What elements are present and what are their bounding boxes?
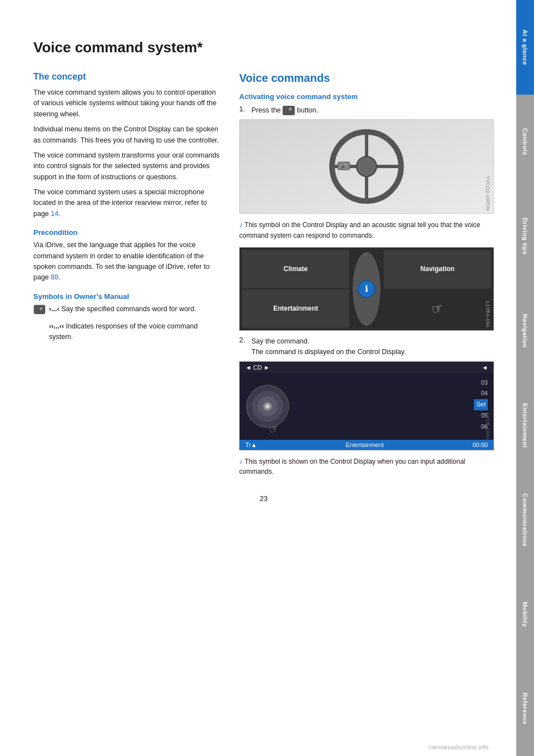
sidebar: At a glance Controls Driving tips Naviga… [516, 0, 534, 756]
ent-footer-label: Entertainment [345, 441, 383, 448]
caption-symbol-1: ♪ [239, 220, 243, 229]
concept-para-4: The voice command system uses a special … [33, 187, 222, 219]
ent-header: ◄ CD ► ◄ [240, 362, 493, 373]
page-link-14[interactable]: 14 [51, 210, 58, 218]
step-2-sub: The command is displayed on the Control … [251, 348, 406, 356]
ent-footer-right: 00:00 [472, 441, 488, 448]
track-03: 03 [474, 377, 488, 389]
symbol-text-1: ›...‹ Say the specified commands word fo… [49, 304, 196, 315]
svg-text:🎤: 🎤 [341, 163, 348, 169]
menu-display-image: Climate ℹ Navigation Entertainment ☞ L1Y… [239, 247, 494, 331]
entertainment-display-image: ◄ CD ► ◄ 03 04 [239, 361, 494, 450]
page-number: 23 [33, 494, 494, 503]
sidebar-tab-driving-tips[interactable]: Driving tips [516, 189, 534, 284]
symbol-row-2: ››...‹‹ Indicates responses of the voice… [33, 321, 222, 347]
sidebar-tab-mobility[interactable]: Mobility [516, 567, 534, 662]
menu-cell-navigation: Navigation [384, 250, 491, 288]
image-code-1: YVCO2-16PDN [485, 176, 491, 211]
image-code-3: LYCB-2A0A [485, 413, 491, 440]
step-2-content: Say the command. The command is displaye… [251, 336, 406, 358]
precondition-text: Via iDrive, set the language that applie… [33, 240, 222, 283]
symbols-heading: Symbols in Owner's Manual [33, 292, 222, 301]
track-04: 04 [474, 388, 488, 399]
precondition-heading: Precondition [33, 228, 222, 237]
right-column: Voice commands Activating voice command … [239, 72, 494, 483]
caption-symbol-2: ♪ [239, 457, 243, 465]
caption-2: ♪ This symbol is shown on the Control Di… [239, 456, 494, 477]
sidebar-tab-navigation[interactable]: Navigation [516, 283, 534, 378]
ent-body: 03 04 Set 05 06 ☞ LYCB-2A0A [240, 373, 493, 440]
concept-heading: The concept [33, 72, 222, 82]
steering-wheel-svg: 🎤 [328, 127, 406, 205]
sidebar-tab-entertainment[interactable]: Entertainment [516, 378, 534, 473]
page-link-88[interactable]: 88 [51, 273, 58, 281]
concept-para-2: Individual menu items on the Control Dis… [33, 124, 222, 146]
page-title: Voice command system* [33, 39, 494, 56]
step-1-number: 1. [239, 105, 248, 116]
ent-back: ◄ [482, 364, 488, 371]
caption-1: ♪ This symbol on the Control Display and… [239, 219, 494, 240]
steering-wheel-image: 🎤 YVCO2-16PDN [239, 119, 494, 214]
sidebar-tab-controls[interactable]: Controls [516, 95, 534, 189]
symbol-icon-1: 🎤 [33, 305, 46, 316]
menu-cell-center: ℹ [353, 252, 380, 326]
svg-point-7 [357, 156, 377, 176]
step-1: 1. Press the 🎤 button. [239, 105, 494, 116]
symbol-row-1: 🎤 ›...‹ Say the specified commands word … [33, 304, 222, 319]
symbol-text-2: ››...‹‹ Indicates responses of the voice… [49, 321, 222, 343]
voice-commands-heading: Voice commands [239, 72, 494, 85]
ent-disc-svg [245, 384, 290, 429]
menu-hand-icon: ☞ [384, 289, 491, 328]
sidebar-tab-communications[interactable]: Communications [516, 473, 534, 567]
image-code-2: L1YEA-10A [485, 301, 491, 327]
step-1-content: Press the 🎤 button. [251, 105, 318, 116]
menu-cell-climate: Climate [242, 250, 349, 288]
concept-para-3: The voice command system transforms your… [33, 150, 222, 183]
left-column: The concept The voice command system all… [33, 72, 222, 483]
voice-button-icon: 🎤 [283, 106, 295, 116]
ent-footer: Tr▲ Entertainment 00:00 [240, 440, 493, 450]
track-set: Set [474, 399, 488, 410]
ent-footer-left: Tr▲ [245, 441, 257, 448]
concept-para-1: The voice command system allows you to c… [33, 87, 222, 120]
activating-heading: Activating voice command system [239, 92, 494, 101]
svg-text:ℹ: ℹ [365, 284, 368, 293]
step-2: 2. Say the command. The command is displ… [239, 336, 494, 358]
svg-text:🎤: 🎤 [37, 307, 43, 313]
menu-cell-entertainment: Entertainment [242, 289, 349, 328]
step-2-number: 2. [239, 336, 248, 358]
sidebar-tab-at-a-glance[interactable]: At a glance [516, 0, 534, 95]
caption-2-text: This symbol is shown on the Control Disp… [239, 458, 466, 476]
step-2-main: Say the command. [251, 337, 309, 345]
svg-point-16 [265, 404, 270, 409]
watermark: carmanualsonline.info [429, 744, 488, 750]
ent-nav: ◄ CD ► [245, 364, 270, 371]
sidebar-tab-reference[interactable]: Reference [516, 661, 534, 756]
